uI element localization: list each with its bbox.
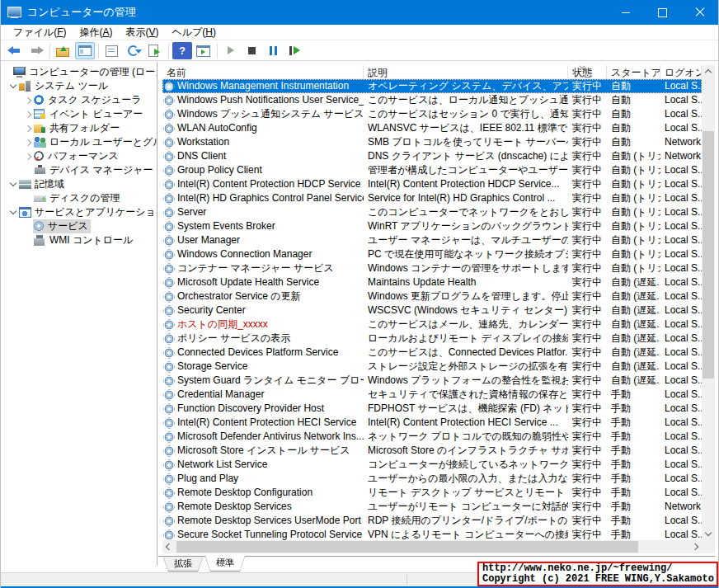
service-row[interactable]: Serverこのコンピューターでネットワークをとおしてのファ...実行中自動 (… [162,205,702,219]
tree-item-shared-folders[interactable]: 共有フォルダー [1,121,157,135]
help-icon[interactable] [172,42,192,59]
service-status: 実行中 [568,318,607,332]
service-row[interactable]: Secure Socket Tunneling Protocol Service… [162,528,702,540]
action-pane-icon[interactable] [194,42,214,59]
expander-storage[interactable] [8,183,18,186]
service-name-cell: コンテナー マネージャー サービス [162,261,364,275]
service-row[interactable]: Credential Managerセキュリティで保護された資格情報の保存と取.… [162,388,702,402]
scroll-down-arrow[interactable] [702,527,715,540]
titlebar[interactable]: コンピューターの管理 [1,0,718,25]
scrollbar-thumb[interactable] [703,131,714,379]
service-gear-icon [164,516,174,526]
service-row[interactable]: Windows Management Instrumentationオペレーティ… [162,79,702,93]
menu-item-file[interactable]: ファイル(F) [7,25,73,40]
column-header-logon-as[interactable]: ログオン [660,65,702,78]
tree-item-label: コンピューターの管理 (ローカル) [29,65,157,79]
service-row[interactable]: Security CenterWSCSVC (Windows セキュリティ セン… [162,303,702,318]
service-row[interactable]: Remote Desktop Services UserMode Port ..… [162,514,702,528]
scroll-right-arrow[interactable] [688,540,702,553]
expander-services-and-applications[interactable] [8,211,18,214]
tree-item-performance[interactable]: パフォーマンス [1,149,157,163]
service-row[interactable]: Windows Push Notifications User Service_… [162,93,702,107]
expander-task-scheduler[interactable] [23,98,33,103]
service-row[interactable]: Remote Desktop Servicesユーザーがリモート コンピューター… [162,500,702,514]
service-row[interactable]: Microsoft Store インストール サービスMicrosoft Sto… [162,444,702,458]
service-row[interactable]: Network List Serviceコンピューターが接続しているネットワーク… [162,458,702,472]
refresh-icon[interactable] [124,42,143,59]
column-header-name[interactable]: 名前 [162,65,364,78]
service-row[interactable]: Windows プッシュ通知システム サービスこのサービスはセッション 0 で実… [162,107,702,121]
console-tree-icon[interactable] [75,42,95,59]
scrollbar-thumb[interactable] [176,541,638,553]
expander-system-tools[interactable] [8,85,18,87]
tree-item-local-users-groups[interactable]: ローカル ユーザーとグループ [1,135,157,149]
service-row[interactable]: Orchestrator Service の更新Windows 更新プログラムを… [162,289,702,303]
menu-item-view[interactable]: 表示(V) [119,25,165,40]
restart-service-icon[interactable] [285,42,305,59]
expander-performance[interactable] [23,154,33,159]
service-row[interactable]: Group Policy Client管理者が構成したコンピューターやユーザーの… [162,163,702,177]
service-logon-as: Local S... [660,303,702,318]
service-row[interactable]: Function Discovery Provider HostFDPHOST … [162,402,702,416]
tree-item-event-viewer[interactable]: イベント ビューアー [1,107,157,121]
service-row[interactable]: Intel(R) HD Graphics Control Panel Servi… [162,191,702,205]
scroll-left-arrow[interactable] [162,540,176,553]
service-row[interactable]: ホストの同期_xxxxxこのサービスはメール、連絡先、カレンダー、およ...実行… [162,318,702,332]
service-row[interactable]: DNS ClientDNS クライアント サービス (dnscache) により… [162,149,702,163]
column-header-status[interactable]: 状態 [568,65,607,78]
close-button[interactable] [681,0,718,25]
tree-item-system-tools[interactable]: システム ツール [1,79,157,93]
tree-item-storage[interactable]: 記憶域 [1,177,157,191]
tree-item-device-manager[interactable]: デバイス マネージャー [1,163,157,177]
service-row[interactable]: WLAN AutoConfigWLANSVC サービスは、IEEE 802.11… [162,121,702,135]
column-header-description[interactable]: 説明 [364,65,568,78]
service-row[interactable]: System Guard ランタイム モニター ブローカーWindows プラッ… [162,374,702,388]
chevron-right-icon [692,543,698,550]
service-row[interactable]: WorkstationSMB プロトコルを使ってリモート サーバーへのク...実… [162,135,702,149]
list-horizontal-scrollbar[interactable] [162,540,702,553]
service-row[interactable]: Microsoft Update Health ServiceMaintains… [162,275,702,289]
start-service-icon[interactable] [221,42,241,59]
service-row[interactable]: System Events BrokerWinRT アプリケーションのバックグラ… [162,219,702,233]
service-name-cell: Plug and Play [162,472,364,486]
list-vertical-scrollbar[interactable] [702,65,715,540]
service-row[interactable]: コンテナー マネージャー サービスWindows コンテナーの管理をサポートしま… [162,261,702,275]
properties-icon[interactable] [102,42,122,59]
pause-service-icon[interactable] [264,42,284,59]
service-row[interactable]: User Managerユーザー マネージャーは、マルチユーザーの操...実行中… [162,233,702,247]
service-row[interactable]: Windows Connection ManagerPC で現在使用可能なネット… [162,247,702,261]
service-row[interactable]: Plug and Playユーザーからの最小限の入力、または入力なし...実行中… [162,472,702,486]
menu-item-help[interactable]: ヘルプ(H) [166,25,223,40]
service-row[interactable]: Connected Devices Platform Serviceこのサービス… [162,346,702,360]
stop-service-icon[interactable] [242,42,262,59]
export-list-icon[interactable] [145,42,165,59]
service-row[interactable]: Storage Serviceストレージ設定と外部ストレージの拡張を有効...実… [162,360,702,374]
up-folder-icon[interactable] [54,42,73,59]
tree-item-computer-management-root[interactable]: コンピューターの管理 (ローカル) [1,65,157,79]
expander-shared-folders[interactable] [23,126,33,131]
service-row[interactable]: Intel(R) Content Protection HDCP Service… [162,177,702,191]
service-name-cell: WLAN AutoConfig [162,121,364,135]
service-description: PC で現在使用可能なネットワーク接続オプシ... [364,247,568,261]
service-logon-as: Local S... [660,486,702,500]
forward-icon[interactable] [26,42,46,59]
expander-local-users-groups[interactable] [23,140,33,145]
expander-event-viewer[interactable] [23,112,33,117]
service-row[interactable]: Remote Desktop Configurationリモート デスクトップ … [162,486,702,500]
maximize-button[interactable] [644,0,681,25]
service-row[interactable]: ポリシー サービスの表示ローカルおよびリモート ディスプレイの接続と構...実行… [162,332,702,346]
tree-item-services-and-applications[interactable]: サービスとアプリケーション [1,205,157,219]
tab-extended[interactable]: 拡張 [163,557,203,571]
back-icon[interactable] [5,42,25,59]
tab-standard[interactable]: 標準 [205,556,245,571]
tree-item-task-scheduler[interactable]: タスク スケジューラ [1,93,157,107]
tree-item-wmi-control[interactable]: WMI コントロール [1,233,157,247]
scroll-up-arrow[interactable] [702,65,715,78]
menu-item-action[interactable]: 操作(A) [73,25,119,40]
tree-item-disk-management[interactable]: ディスクの管理 [1,191,157,205]
column-header-startup-type[interactable]: スタートアッ... [607,65,660,78]
service-row[interactable]: Intel(R) Content Protection HECI Service… [162,416,702,430]
service-row[interactable]: Microsoft Defender Antivirus Network Ins… [162,430,702,444]
minimize-button[interactable] [607,0,644,25]
tree-item-services[interactable]: サービス [1,219,157,233]
